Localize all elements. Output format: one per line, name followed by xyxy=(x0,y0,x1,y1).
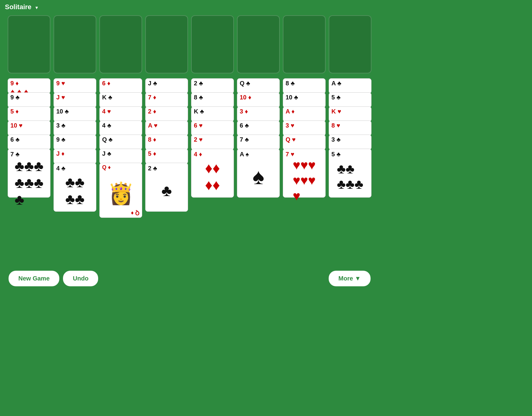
card-as[interactable]: A ♠ ♠ xyxy=(237,149,280,198)
card-8d[interactable]: 8 ♦ xyxy=(145,135,188,150)
bottom-bar: New Game Undo More ▼ xyxy=(0,271,379,286)
tableau-column-5: Q ♣ 10 ♦ 3 ♦ 6 ♣ 7 ♣ A ♠ ♠ xyxy=(237,78,280,198)
card-8h[interactable]: 8 ♥ xyxy=(329,121,371,136)
card-jc-2[interactable]: J ♣ xyxy=(145,78,188,94)
foundation-slot-1[interactable] xyxy=(8,15,50,73)
card-9d[interactable]: 9 ♦ ♦ ♦ ♦ xyxy=(8,78,50,94)
card-ac[interactable]: A ♣ xyxy=(329,78,371,94)
more-button[interactable]: More ▼ xyxy=(329,271,371,286)
foundation-slot-4[interactable] xyxy=(145,15,188,73)
card-7c[interactable]: 7 ♣ ♣♣♣♣♣♣♣ xyxy=(8,149,50,198)
tableau-row: 9 ♦ ♦ ♦ ♦ 9 ♣ 5 ♦ 10 ♥ 6 ♣ 7 ♣ ♣♣♣♣♣♣♣ 9… xyxy=(0,78,379,218)
card-3c-2[interactable]: 3 ♣ xyxy=(329,135,371,150)
foundation-slot-5[interactable] xyxy=(191,15,234,73)
tableau-column-1: 9 ♥ J ♥ 10 ♣ 3 ♣ 9 ♣ J ♦ 4 ♣ ♣♣♣♣ xyxy=(54,78,96,212)
card-jc[interactable]: J ♣ xyxy=(99,149,142,164)
card-5d[interactable]: 5 ♦ xyxy=(8,106,50,122)
new-game-button[interactable]: New Game xyxy=(9,271,59,286)
card-5c[interactable]: 5 ♣ xyxy=(329,92,371,108)
card-6h[interactable]: 6 ♥ xyxy=(191,121,234,136)
card-10c[interactable]: 10 ♣ xyxy=(54,106,96,122)
card-qc[interactable]: Q ♣ xyxy=(99,135,142,150)
card-9h[interactable]: 9 ♥ xyxy=(54,78,96,94)
card-4c-2[interactable]: 4 ♣ xyxy=(99,121,142,136)
tableau-column-6: 8 ♣ 10 ♣ A ♦ 3 ♥ Q ♥ 7 ♥ ♥♥♥♥♥♥♥ xyxy=(283,78,326,198)
card-ad[interactable]: A ♦ xyxy=(283,106,326,122)
tableau-column-0: 9 ♦ ♦ ♦ ♦ 9 ♣ 5 ♦ 10 ♥ 6 ♣ 7 ♣ ♣♣♣♣♣♣♣ xyxy=(8,78,50,198)
header: Solitaire ▼ xyxy=(0,0,379,14)
tableau-column-4: 2 ♣ 8 ♣ K ♣ 6 ♥ 2 ♥ 4 ♦ ♦♦♦♦ xyxy=(191,78,234,198)
card-kh[interactable]: K ♥ xyxy=(329,106,371,122)
card-2c-2[interactable]: 2 ♣ xyxy=(191,78,234,94)
dropdown-arrow[interactable]: ▼ xyxy=(35,5,39,10)
card-3h[interactable]: 3 ♥ xyxy=(283,121,326,136)
card-jd[interactable]: J ♦ xyxy=(54,149,96,164)
card-10h[interactable]: 10 ♥ xyxy=(8,121,50,136)
tableau-column-7: A ♣ 5 ♣ K ♥ 8 ♥ 3 ♣ 5 ♣ ♣♣♣♣♣ xyxy=(329,78,371,198)
card-2h[interactable]: 2 ♥ xyxy=(191,135,234,150)
card-jh[interactable]: J ♥ xyxy=(54,92,96,108)
card-qh[interactable]: Q ♥ xyxy=(283,135,326,150)
card-3c[interactable]: 3 ♣ xyxy=(54,121,96,136)
card-kc-2[interactable]: K ♣ xyxy=(191,106,234,122)
card-9c-2[interactable]: 9 ♣ xyxy=(54,135,96,150)
card-2d[interactable]: 2 ♦ xyxy=(145,106,188,122)
foundation-slot-2[interactable] xyxy=(54,15,96,73)
foundation-slot-7[interactable] xyxy=(283,15,326,73)
card-10d[interactable]: 10 ♦ xyxy=(237,92,280,108)
card-2c[interactable]: 2 ♣ ♣ xyxy=(145,163,188,212)
card-ah[interactable]: A ♥ xyxy=(145,121,188,136)
card-4c[interactable]: 4 ♣ ♣♣♣♣ xyxy=(54,163,96,212)
card-qd-face[interactable]: Q ♦ 👸 Q ♦ xyxy=(99,163,142,218)
card-6d[interactable]: 6 ♦ xyxy=(99,78,142,94)
card-4d[interactable]: 4 ♦ ♦♦♦♦ xyxy=(191,149,234,198)
card-7c-2[interactable]: 7 ♣ xyxy=(237,135,280,150)
card-4h[interactable]: 4 ♥ xyxy=(99,106,142,122)
card-7d[interactable]: 7 ♦ xyxy=(145,92,188,108)
card-5d[interactable]: 5 ♦ xyxy=(145,149,188,164)
card-6c-2[interactable]: 6 ♣ xyxy=(237,121,280,136)
foundation-slot-3[interactable] xyxy=(99,15,142,73)
card-7h[interactable]: 7 ♥ ♥♥♥♥♥♥♥ xyxy=(283,149,326,198)
left-buttons: New Game Undo xyxy=(9,271,98,286)
card-9c[interactable]: 9 ♣ xyxy=(8,92,50,108)
tableau-column-3: J ♣ 7 ♦ 2 ♦ A ♥ 8 ♦ 5 ♦ 2 ♣ ♣ xyxy=(145,78,188,212)
right-buttons: More ▼ xyxy=(329,271,371,286)
card-3d[interactable]: 3 ♦ xyxy=(237,106,280,122)
card-kc[interactable]: K ♣ xyxy=(99,92,142,108)
card-5c-2[interactable]: 5 ♣ ♣♣♣♣♣ xyxy=(329,149,371,198)
card-6c[interactable]: 6 ♣ xyxy=(8,135,50,150)
card-8c[interactable]: 8 ♣ xyxy=(191,92,234,108)
card-10c-2[interactable]: 10 ♣ xyxy=(283,92,326,108)
app-title[interactable]: Solitaire ▼ xyxy=(5,3,39,11)
card-8c-2[interactable]: 8 ♣ xyxy=(283,78,326,94)
foundation-slot-6[interactable] xyxy=(237,15,280,73)
undo-button[interactable]: Undo xyxy=(63,271,98,286)
foundation-slot-8[interactable] xyxy=(329,15,371,73)
card-qc-2[interactable]: Q ♣ xyxy=(237,78,280,94)
foundation-row xyxy=(0,15,379,73)
tableau-column-2: 6 ♦ K ♣ 4 ♥ 4 ♣ Q ♣ J ♣ Q ♦ 👸 Q ♦ xyxy=(99,78,142,218)
